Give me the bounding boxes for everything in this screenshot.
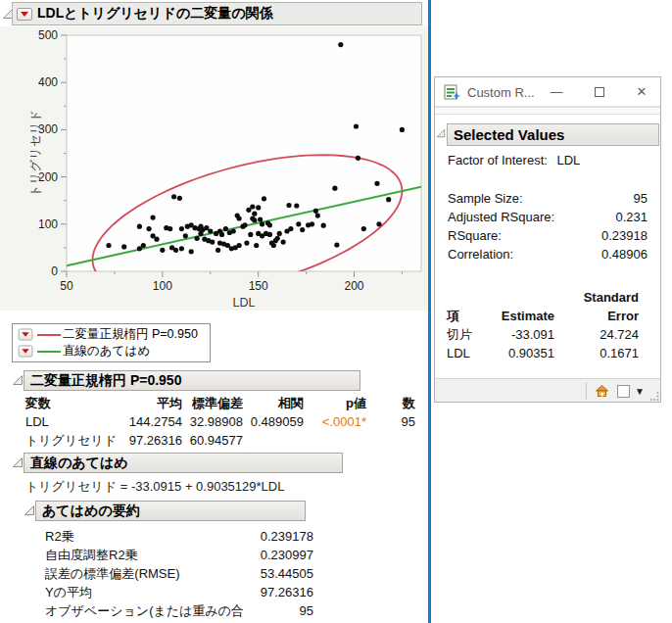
data-point[interactable] bbox=[237, 243, 242, 248]
statusbar-menu-button[interactable]: ▼ bbox=[632, 383, 648, 399]
report-title-bar[interactable]: LDLとトリグリセリドの二変量の関係 bbox=[12, 2, 422, 25]
data-point[interactable] bbox=[267, 232, 272, 237]
data-point[interactable] bbox=[106, 243, 111, 248]
data-point[interactable] bbox=[168, 226, 172, 231]
data-point[interactable] bbox=[386, 197, 391, 202]
data-point[interactable] bbox=[258, 216, 263, 221]
data-point[interactable] bbox=[400, 127, 405, 132]
summary-value-rmse: 53.44505 bbox=[253, 564, 313, 583]
data-point[interactable] bbox=[250, 204, 255, 209]
data-point[interactable] bbox=[260, 221, 264, 226]
data-point[interactable] bbox=[151, 233, 156, 238]
y-tick-label: 0 bbox=[51, 264, 58, 278]
close-button[interactable]: ✕ bbox=[627, 77, 656, 106]
data-point[interactable] bbox=[179, 226, 184, 231]
data-point[interactable] bbox=[160, 248, 165, 253]
legend-fit-label: 直線のあてはめ bbox=[63, 343, 150, 359]
maximize-button[interactable] bbox=[585, 77, 614, 106]
data-point[interactable] bbox=[244, 241, 249, 246]
data-point[interactable] bbox=[183, 233, 188, 238]
data-point[interactable] bbox=[294, 203, 299, 208]
data-point[interactable] bbox=[237, 216, 242, 220]
data-point[interactable] bbox=[332, 186, 337, 191]
data-point[interactable] bbox=[271, 243, 276, 248]
data-point[interactable] bbox=[310, 221, 314, 226]
summary-label-rsq: R2乗 bbox=[45, 527, 253, 546]
legend-fit-menu-button[interactable] bbox=[19, 346, 33, 358]
home-window-button[interactable] bbox=[594, 383, 609, 399]
data-point[interactable] bbox=[151, 216, 156, 220]
data-point[interactable] bbox=[223, 226, 228, 231]
cell-estimate-intercept: -33.091 bbox=[486, 325, 554, 344]
fit-section-header[interactable]: 直線のあてはめ bbox=[24, 453, 343, 473]
selected-values-header[interactable]: Selected Values bbox=[447, 123, 659, 146]
data-point[interactable] bbox=[267, 222, 272, 227]
data-point[interactable] bbox=[242, 222, 247, 227]
fit-section-disclosure-icon[interactable] bbox=[12, 456, 24, 468]
data-point[interactable] bbox=[296, 221, 301, 226]
minimize-button[interactable]: — bbox=[542, 77, 571, 106]
data-point[interactable] bbox=[147, 226, 152, 231]
data-point[interactable] bbox=[334, 242, 339, 247]
data-point[interactable] bbox=[154, 237, 159, 242]
maximize-icon bbox=[595, 87, 604, 97]
fit-section-title: 直線のあてはめ bbox=[30, 455, 128, 472]
data-point[interactable] bbox=[256, 205, 261, 210]
data-point[interactable] bbox=[137, 246, 142, 251]
data-point[interactable] bbox=[141, 243, 146, 248]
data-point[interactable] bbox=[300, 227, 305, 232]
data-point[interactable] bbox=[376, 221, 381, 226]
data-point[interactable] bbox=[288, 226, 293, 231]
window-titlebar[interactable]: Custom R... — ✕ bbox=[435, 77, 660, 107]
resize-grip[interactable] bbox=[649, 391, 659, 401]
summary-section-disclosure-icon[interactable] bbox=[24, 504, 35, 516]
data-point[interactable] bbox=[361, 226, 366, 231]
summary-section-header[interactable]: あてはめの要約 bbox=[35, 501, 306, 521]
ellipse-section-header[interactable]: 二変量正規楕円 P=0.950 bbox=[24, 370, 360, 391]
data-point[interactable] bbox=[210, 240, 215, 245]
y-axis-title: トリグリセリド bbox=[28, 110, 42, 198]
data-point[interactable] bbox=[204, 225, 209, 230]
data-point[interactable] bbox=[216, 248, 220, 253]
data-point[interactable] bbox=[137, 224, 142, 229]
legend: 二変量正規楕円 P=0.950 直線のあてはめ bbox=[12, 323, 211, 362]
data-point[interactable] bbox=[354, 123, 359, 128]
data-point[interactable] bbox=[313, 209, 318, 214]
selected-values-disclosure-icon[interactable] bbox=[436, 128, 446, 138]
data-point[interactable] bbox=[321, 223, 326, 228]
data-point[interactable] bbox=[275, 236, 280, 241]
data-point[interactable] bbox=[121, 244, 126, 249]
data-point[interactable] bbox=[315, 214, 320, 218]
data-point[interactable] bbox=[262, 196, 266, 201]
data-point[interactable] bbox=[286, 203, 291, 208]
data-point[interactable] bbox=[189, 249, 194, 254]
data-point[interactable] bbox=[252, 212, 257, 216]
data-point[interactable] bbox=[254, 243, 259, 248]
cell-std-tg: 60.94577 bbox=[182, 431, 243, 450]
window-edge-divider[interactable] bbox=[428, 0, 431, 623]
data-point[interactable] bbox=[179, 246, 184, 251]
data-point[interactable] bbox=[171, 194, 176, 199]
summary-value-ymean: 97.26316 bbox=[253, 583, 313, 601]
data-point[interactable] bbox=[195, 236, 200, 241]
data-point[interactable] bbox=[173, 248, 178, 253]
data-point[interactable] bbox=[219, 232, 224, 237]
cell-corr-ldl: 0.489059 bbox=[243, 412, 304, 431]
ellipse-section-disclosure-icon[interactable] bbox=[12, 374, 24, 386]
data-point[interactable] bbox=[374, 181, 379, 186]
data-point[interactable] bbox=[208, 228, 213, 233]
data-point[interactable] bbox=[281, 240, 286, 245]
data-point[interactable] bbox=[356, 156, 360, 161]
data-point[interactable] bbox=[248, 232, 253, 237]
data-point[interactable] bbox=[231, 228, 236, 233]
summary-section-title: あてはめの要約 bbox=[42, 503, 140, 520]
data-point[interactable] bbox=[225, 243, 230, 248]
data-point[interactable] bbox=[338, 42, 343, 47]
data-point[interactable] bbox=[177, 196, 182, 201]
x-tick-label: 100 bbox=[153, 279, 172, 293]
legend-ellipse-menu-button[interactable] bbox=[19, 329, 33, 341]
data-point[interactable] bbox=[277, 231, 282, 236]
data-point[interactable] bbox=[252, 217, 257, 222]
data-table-button[interactable] bbox=[615, 383, 631, 399]
report-menu-button[interactable] bbox=[17, 8, 32, 21]
